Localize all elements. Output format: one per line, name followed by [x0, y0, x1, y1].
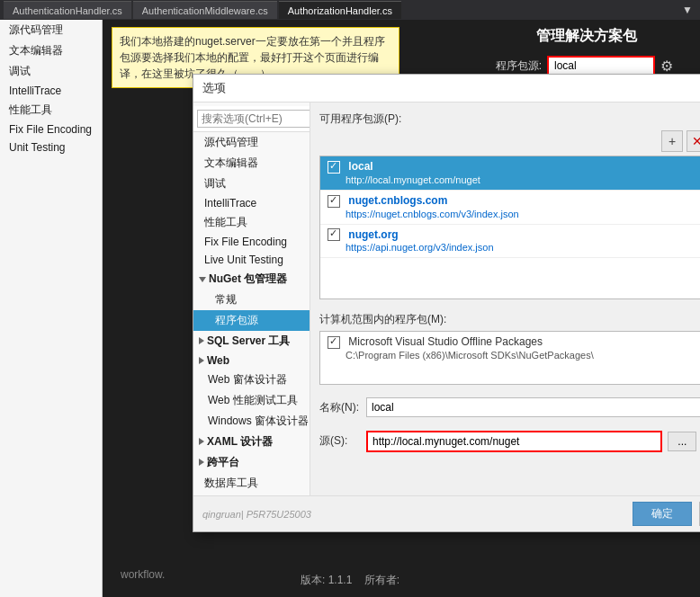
nav-cross-platform[interactable]: 跨平台: [193, 452, 310, 473]
tab-authentication-middleware[interactable]: AuthenticationMiddleware.cs: [133, 1, 277, 19]
collapse-icon-4: [199, 459, 204, 466]
nav-windows-form[interactable]: Windows 窗体设计器: [193, 411, 310, 432]
nav-db-tools[interactable]: 数据库工具: [193, 473, 310, 494]
package-item-cnblogs[interactable]: nuget.cnblogs.com https://nuget.cnblogs.…: [320, 191, 700, 225]
ok-button[interactable]: 确定: [633, 502, 692, 526]
pkg-name-local: local: [348, 160, 372, 173]
sidebar-item-text-editor[interactable]: 文本编辑器: [0, 40, 102, 61]
source-label: 源(S):: [319, 433, 361, 449]
search-row: 🔍: [193, 106, 310, 132]
scope-label: 计算机范围内的程序包(M):: [319, 312, 700, 327]
nav-web-perf[interactable]: Web 性能测试工具: [193, 390, 310, 411]
tab-authentication-handler[interactable]: AuthenticationHandler.cs: [4, 1, 131, 19]
scope-section: 计算机范围内的程序包(M): Microsoft Visual Studio O…: [319, 312, 700, 385]
pkg-url-local: http://local.mynuget.com/nuget: [328, 174, 480, 185]
package-item-local[interactable]: local http://local.mynuget.com/nuget: [320, 156, 700, 191]
manage-header: 管理解决方案包: [536, 27, 637, 46]
browse-button[interactable]: ...: [668, 432, 696, 451]
search-input[interactable]: [197, 110, 310, 128]
scope-list: Microsoft Visual Studio Offline Packages…: [319, 331, 700, 385]
nav-web-form[interactable]: Web 窗体设计器: [193, 370, 310, 390]
name-input[interactable]: [366, 397, 700, 417]
bottom-area: workflow.: [103, 552, 700, 597]
version-label: 版本:: [301, 574, 325, 586]
dialog-title: 选项: [202, 80, 226, 96]
scope-item-offline[interactable]: Microsoft Visual Studio Offline Packages…: [320, 332, 700, 365]
name-label: 名称(N):: [319, 400, 361, 415]
scope-name: Microsoft Visual Studio Offline Packages: [348, 335, 543, 348]
nav-text-editor[interactable]: 文本编辑器: [193, 153, 310, 174]
main-area: 源代码管理 文本编辑器 调试 IntelliTrace 性能工具 Fix Fil…: [0, 20, 700, 597]
sidebar-item-source-mgmt[interactable]: 源代码管理: [0, 20, 102, 40]
nav-nuget-parent[interactable]: NuGet 包管理器: [193, 269, 310, 290]
nav-live-unit[interactable]: Live Unit Testing: [193, 251, 310, 269]
available-sources-label: 可用程序包源(P):: [319, 111, 700, 127]
scope-check[interactable]: [328, 336, 340, 349]
pkg-check-local[interactable]: [328, 161, 340, 174]
sidebar-item-intellitrace[interactable]: IntelliTrace: [0, 82, 102, 100]
collapse-icon: [199, 337, 204, 344]
collapse-icon-2: [199, 357, 204, 364]
options-dialog: 选项 ? ✕ 🔍 源代码管理 文本编辑器 调试: [193, 74, 700, 532]
scope-path: C:\Program Files (x86)\Microsoft SDKs\Nu…: [328, 350, 594, 361]
workflow-text: workflow.: [121, 568, 165, 581]
sidebar-item-live-unit[interactable]: Unit Testing: [0, 138, 102, 156]
version-value: 1.1.1: [328, 574, 353, 586]
nav-sql-server[interactable]: SQL Server 工具: [193, 331, 310, 352]
sidebar-item-perf[interactable]: 性能工具: [0, 100, 102, 120]
tab-authorization-handler[interactable]: AuthorizationHandler.cs: [279, 1, 401, 19]
package-list[interactable]: local http://local.mynuget.com/nuget nug…: [319, 156, 700, 299]
package-item-nugetorg[interactable]: nuget.org https://api.nuget.org/v3/index…: [320, 225, 700, 259]
version-info: 版本: 1.1.1 所有者:: [301, 573, 399, 588]
gear-icon[interactable]: ⚙: [660, 58, 673, 75]
pkg-url-nugetorg: https://api.nuget.org/v3/index.json: [328, 242, 494, 253]
expand-icon: [199, 277, 206, 282]
footer-watermark: qingruan| P5R75U25003: [202, 509, 625, 520]
sidebar: 源代码管理 文本编辑器 调试 IntelliTrace 性能工具 Fix Fil…: [0, 20, 103, 597]
nav-source-mgmt[interactable]: 源代码管理: [193, 132, 310, 153]
pkg-name-cnblogs: nuget.cnblogs.com: [348, 194, 447, 207]
available-sources-section: 可用程序包源(P): + ✕ ↑: [319, 111, 700, 299]
tab-bar: AuthenticationHandler.cs AuthenticationM…: [0, 0, 700, 20]
remove-source-button[interactable]: ✕: [687, 130, 700, 152]
nav-nuget-general[interactable]: 常规: [193, 290, 310, 310]
nav-perf[interactable]: 性能工具: [193, 212, 310, 233]
dialog-left-nav: 🔍 源代码管理 文本编辑器 调试 IntelliTrace 性能工具 Fix F…: [193, 102, 310, 495]
tab-dropdown-arrow[interactable]: ▼: [678, 4, 696, 16]
package-source-label: 程序包源:: [496, 58, 542, 74]
pkg-list-toolbar: + ✕ ↑ ↓: [319, 130, 700, 152]
dialog-right-content: 可用程序包源(P): + ✕ ↑: [310, 102, 700, 495]
package-source-select[interactable]: local: [547, 56, 655, 76]
source-row: 源(S): ... 更新(U): [319, 430, 700, 452]
dialog-titlebar: 选项 ? ✕: [193, 75, 700, 102]
nav-intellitrace[interactable]: IntelliTrace: [193, 194, 310, 212]
dialog-body: 🔍 源代码管理 文本编辑器 调试 IntelliTrace 性能工具 Fix F…: [193, 102, 700, 495]
add-source-button[interactable]: +: [661, 130, 683, 152]
collapse-icon-3: [199, 438, 204, 445]
pkg-name-nugetorg: nuget.org: [348, 228, 398, 241]
nav-xaml[interactable]: XAML 设计器: [193, 432, 310, 452]
nav-debug[interactable]: 调试: [193, 174, 310, 194]
sidebar-item-fix-encoding[interactable]: Fix File Encoding: [0, 120, 102, 138]
nav-fix-encoding[interactable]: Fix File Encoding: [193, 233, 310, 251]
nav-nuget-sources[interactable]: 程序包源: [193, 310, 310, 331]
pkg-check-cnblogs[interactable]: [328, 195, 340, 208]
owner-label: 所有者:: [364, 574, 399, 586]
package-source-row: 程序包源: local ⚙: [496, 56, 673, 76]
pkg-url-cnblogs: https://nuget.cnblogs.com/v3/index.json: [328, 209, 519, 219]
nav-web[interactable]: Web: [193, 352, 310, 370]
dialog-footer: qingruan| P5R75U25003 确定 取消: [193, 495, 700, 531]
right-area: 我们本地搭建的nuget.server一定要放在第一个并且程序包源要选择我们本地…: [103, 20, 700, 597]
pkg-check-nugetorg[interactable]: [328, 228, 340, 241]
name-row: 名称(N):: [319, 397, 700, 417]
sidebar-item-debug[interactable]: 调试: [0, 61, 102, 82]
source-input[interactable]: [366, 431, 662, 452]
